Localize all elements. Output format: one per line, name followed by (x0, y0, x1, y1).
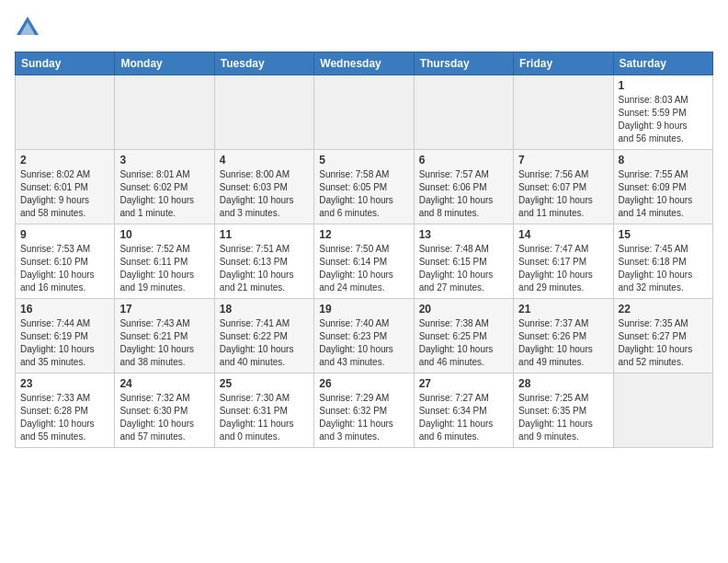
day-info: Sunrise: 8:01 AM Sunset: 6:02 PM Dayligh… (119, 168, 209, 220)
calendar-cell: 6Sunrise: 7:57 AM Sunset: 6:06 PM Daylig… (414, 150, 513, 224)
day-number: 27 (419, 377, 508, 390)
day-info: Sunrise: 7:57 AM Sunset: 6:06 PM Dayligh… (419, 168, 508, 220)
day-number: 3 (119, 154, 209, 167)
calendar-week-3: 16Sunrise: 7:44 AM Sunset: 6:19 PM Dayli… (16, 299, 713, 373)
day-info: Sunrise: 7:47 AM Sunset: 6:17 PM Dayligh… (518, 243, 608, 294)
calendar-cell: 15Sunrise: 7:45 AM Sunset: 6:18 PM Dayli… (613, 224, 712, 299)
calendar-cell (214, 75, 313, 150)
weekday-row: SundayMondayTuesdayWednesdayThursdayFrid… (16, 52, 713, 75)
day-info: Sunrise: 7:43 AM Sunset: 6:21 PM Dayligh… (119, 317, 209, 369)
calendar-cell: 4Sunrise: 8:00 AM Sunset: 6:03 PM Daylig… (214, 150, 313, 224)
calendar-cell: 20Sunrise: 7:38 AM Sunset: 6:25 PM Dayli… (414, 299, 513, 373)
day-number: 1 (619, 79, 708, 92)
weekday-header-monday: Monday (115, 52, 214, 75)
day-info: Sunrise: 7:29 AM Sunset: 6:32 PM Dayligh… (319, 392, 408, 443)
calendar-week-4: 23Sunrise: 7:33 AM Sunset: 6:28 PM Dayli… (16, 373, 713, 448)
day-info: Sunrise: 7:40 AM Sunset: 6:23 PM Dayligh… (319, 317, 408, 369)
day-number: 11 (220, 228, 309, 241)
calendar-cell: 1Sunrise: 8:03 AM Sunset: 5:59 PM Daylig… (613, 75, 712, 150)
calendar-cell: 13Sunrise: 7:48 AM Sunset: 6:15 PM Dayli… (414, 224, 513, 299)
day-number: 22 (619, 303, 708, 316)
calendar-cell: 25Sunrise: 7:30 AM Sunset: 6:31 PM Dayli… (214, 373, 313, 448)
day-number: 16 (20, 303, 109, 316)
logo (15, 15, 44, 40)
weekday-header-tuesday: Tuesday (214, 52, 313, 75)
calendar-week-1: 2Sunrise: 8:02 AM Sunset: 6:01 PM Daylig… (16, 150, 713, 224)
calendar-cell: 21Sunrise: 7:37 AM Sunset: 6:26 PM Dayli… (514, 299, 613, 373)
day-info: Sunrise: 7:25 AM Sunset: 6:35 PM Dayligh… (518, 392, 608, 443)
day-number: 13 (419, 228, 508, 241)
calendar-cell: 8Sunrise: 7:55 AM Sunset: 6:09 PM Daylig… (613, 150, 712, 224)
day-number: 19 (319, 303, 408, 316)
calendar-cell: 10Sunrise: 7:52 AM Sunset: 6:11 PM Dayli… (115, 224, 214, 299)
calendar-cell: 19Sunrise: 7:40 AM Sunset: 6:23 PM Dayli… (314, 299, 414, 373)
calendar-cell: 27Sunrise: 7:27 AM Sunset: 6:34 PM Dayli… (414, 373, 513, 448)
day-info: Sunrise: 7:52 AM Sunset: 6:11 PM Dayligh… (119, 243, 209, 294)
calendar-cell: 22Sunrise: 7:35 AM Sunset: 6:27 PM Dayli… (613, 299, 712, 373)
day-number: 26 (319, 377, 408, 390)
calendar-body: 1Sunrise: 8:03 AM Sunset: 5:59 PM Daylig… (16, 75, 713, 448)
day-number: 7 (518, 154, 608, 167)
calendar-cell (115, 75, 214, 150)
day-info: Sunrise: 7:58 AM Sunset: 6:05 PM Dayligh… (319, 168, 408, 220)
calendar-cell: 16Sunrise: 7:44 AM Sunset: 6:19 PM Dayli… (16, 299, 115, 373)
day-number: 15 (619, 228, 708, 241)
calendar-table: SundayMondayTuesdayWednesdayThursdayFrid… (15, 52, 713, 448)
day-info: Sunrise: 7:30 AM Sunset: 6:31 PM Dayligh… (220, 392, 309, 443)
day-number: 18 (220, 303, 309, 316)
day-info: Sunrise: 7:41 AM Sunset: 6:22 PM Dayligh… (220, 317, 309, 369)
calendar-cell (314, 75, 414, 150)
day-info: Sunrise: 7:27 AM Sunset: 6:34 PM Dayligh… (419, 392, 508, 443)
day-number: 25 (220, 377, 309, 390)
day-info: Sunrise: 7:55 AM Sunset: 6:09 PM Dayligh… (619, 168, 708, 220)
day-number: 9 (20, 228, 109, 241)
calendar-header: SundayMondayTuesdayWednesdayThursdayFrid… (16, 52, 713, 75)
day-number: 10 (119, 228, 209, 241)
day-info: Sunrise: 7:56 AM Sunset: 6:07 PM Dayligh… (518, 168, 608, 220)
day-number: 4 (220, 154, 309, 167)
day-info: Sunrise: 7:51 AM Sunset: 6:13 PM Dayligh… (220, 243, 309, 294)
day-number: 24 (119, 377, 209, 390)
weekday-header-friday: Friday (514, 52, 613, 75)
day-info: Sunrise: 7:37 AM Sunset: 6:26 PM Dayligh… (518, 317, 608, 369)
day-info: Sunrise: 7:33 AM Sunset: 6:28 PM Dayligh… (20, 392, 109, 443)
day-info: Sunrise: 7:38 AM Sunset: 6:25 PM Dayligh… (419, 317, 508, 369)
day-number: 20 (419, 303, 508, 316)
day-number: 14 (518, 228, 608, 241)
day-number: 23 (20, 377, 109, 390)
calendar-cell: 7Sunrise: 7:56 AM Sunset: 6:07 PM Daylig… (514, 150, 613, 224)
calendar-cell: 14Sunrise: 7:47 AM Sunset: 6:17 PM Dayli… (514, 224, 613, 299)
day-info: Sunrise: 7:35 AM Sunset: 6:27 PM Dayligh… (619, 317, 708, 369)
calendar-cell: 3Sunrise: 8:01 AM Sunset: 6:02 PM Daylig… (115, 150, 214, 224)
weekday-header-saturday: Saturday (613, 52, 712, 75)
calendar-week-0: 1Sunrise: 8:03 AM Sunset: 5:59 PM Daylig… (16, 75, 713, 150)
calendar-cell: 5Sunrise: 7:58 AM Sunset: 6:05 PM Daylig… (314, 150, 414, 224)
day-number: 5 (319, 154, 408, 167)
calendar-cell: 9Sunrise: 7:53 AM Sunset: 6:10 PM Daylig… (16, 224, 115, 299)
day-number: 8 (619, 154, 708, 167)
calendar-cell (613, 373, 712, 448)
day-number: 28 (518, 377, 608, 390)
day-info: Sunrise: 7:53 AM Sunset: 6:10 PM Dayligh… (20, 243, 109, 294)
calendar-cell (16, 75, 115, 150)
calendar-cell: 26Sunrise: 7:29 AM Sunset: 6:32 PM Dayli… (314, 373, 414, 448)
logo-icon (15, 15, 40, 40)
day-info: Sunrise: 7:45 AM Sunset: 6:18 PM Dayligh… (619, 243, 708, 294)
day-info: Sunrise: 8:02 AM Sunset: 6:01 PM Dayligh… (20, 168, 109, 220)
weekday-header-sunday: Sunday (16, 52, 115, 75)
weekday-header-wednesday: Wednesday (314, 52, 414, 75)
day-number: 17 (119, 303, 209, 316)
calendar-cell: 23Sunrise: 7:33 AM Sunset: 6:28 PM Dayli… (16, 373, 115, 448)
day-info: Sunrise: 8:03 AM Sunset: 5:59 PM Dayligh… (619, 94, 708, 145)
calendar-week-2: 9Sunrise: 7:53 AM Sunset: 6:10 PM Daylig… (16, 224, 713, 299)
day-number: 2 (20, 154, 109, 167)
calendar-cell (514, 75, 613, 150)
day-info: Sunrise: 7:32 AM Sunset: 6:30 PM Dayligh… (119, 392, 209, 443)
page-header (15, 15, 713, 40)
day-info: Sunrise: 7:44 AM Sunset: 6:19 PM Dayligh… (20, 317, 109, 369)
calendar-cell: 17Sunrise: 7:43 AM Sunset: 6:21 PM Dayli… (115, 299, 214, 373)
calendar-cell: 11Sunrise: 7:51 AM Sunset: 6:13 PM Dayli… (214, 224, 313, 299)
weekday-header-thursday: Thursday (414, 52, 513, 75)
calendar-cell: 24Sunrise: 7:32 AM Sunset: 6:30 PM Dayli… (115, 373, 214, 448)
day-number: 21 (518, 303, 608, 316)
